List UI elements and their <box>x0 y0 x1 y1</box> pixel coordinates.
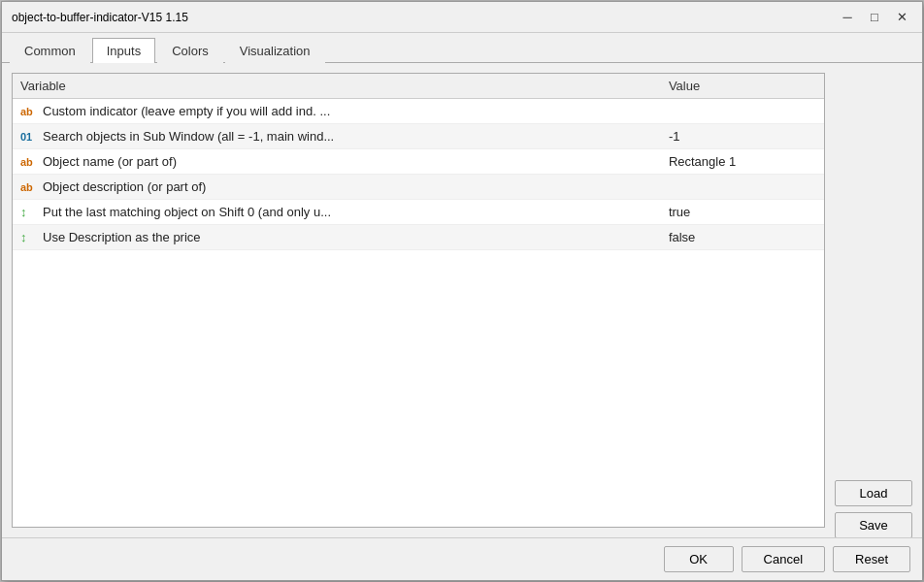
col-value-header: Value <box>661 74 824 99</box>
save-button[interactable]: Save <box>835 512 912 537</box>
table-row[interactable]: ↕Put the last matching object on Shift 0… <box>13 200 824 225</box>
type-badge: ↕ <box>20 205 38 219</box>
variable-label: Custom indicator (leave empty if you wil… <box>43 104 330 118</box>
table-row[interactable]: abObject name (or part of)Rectangle 1 <box>13 149 824 175</box>
variable-label: Object name (or part of) <box>43 154 177 169</box>
variable-cell: ↕Put the last matching object on Shift 0… <box>13 200 661 225</box>
value-cell: true <box>661 200 824 225</box>
inputs-table: Variable Value abCustom indicator (leave… <box>13 74 824 250</box>
variable-cell: 01Search objects in Sub Window (all = -1… <box>13 124 661 149</box>
tab-common[interactable]: Common <box>10 38 90 63</box>
window-title: object-to-buffer-indicator-V15 1.15 <box>12 11 188 24</box>
value-cell <box>661 175 824 200</box>
value-cell <box>661 99 824 124</box>
load-button[interactable]: Load <box>835 480 912 506</box>
sidebar-buttons: Load Save <box>835 73 912 528</box>
variable-cell: abObject description (or part of) <box>13 175 661 200</box>
tab-visualization[interactable]: Visualization <box>225 38 325 63</box>
maximize-button[interactable]: □ <box>864 7 885 28</box>
footer: OK Cancel Reset <box>2 537 922 580</box>
table-row[interactable]: abCustom indicator (leave empty if you w… <box>13 99 824 124</box>
cancel-button[interactable]: Cancel <box>742 546 825 572</box>
type-badge: 01 <box>20 131 38 143</box>
type-badge: ab <box>20 106 38 117</box>
variable-label: Object description (or part of) <box>43 179 206 194</box>
tab-inputs[interactable]: Inputs <box>92 38 155 63</box>
reset-button[interactable]: Reset <box>833 546 910 572</box>
value-cell: false <box>661 225 824 250</box>
minimize-button[interactable]: ─ <box>837 7 858 28</box>
window-controls: ─ □ ✕ <box>837 7 912 28</box>
main-window: object-to-buffer-indicator-V15 1.15 ─ □ … <box>1 1 923 581</box>
table-row[interactable]: 01Search objects in Sub Window (all = -1… <box>13 124 824 149</box>
inputs-table-container: Variable Value abCustom indicator (leave… <box>12 73 825 528</box>
tab-colors[interactable]: Colors <box>157 38 223 63</box>
variable-cell: abObject name (or part of) <box>13 149 661 175</box>
variable-label: Search objects in Sub Window (all = -1, … <box>43 129 334 144</box>
col-variable-header: Variable <box>13 74 661 99</box>
ok-button[interactable]: OK <box>664 546 734 572</box>
type-badge: ab <box>20 156 38 168</box>
variable-cell: ↕Use Description as the price <box>13 225 661 250</box>
value-cell: Rectangle 1 <box>661 149 824 175</box>
variable-cell: abCustom indicator (leave empty if you w… <box>13 99 661 124</box>
variable-label: Put the last matching object on Shift 0 … <box>43 205 331 219</box>
tab-bar: Common Inputs Colors Visualization <box>2 33 922 63</box>
variable-label: Use Description as the price <box>43 230 201 244</box>
titlebar: object-to-buffer-indicator-V15 1.15 ─ □ … <box>2 2 922 33</box>
table-row[interactable]: ↕Use Description as the pricefalse <box>13 225 824 250</box>
type-badge: ↕ <box>20 230 38 244</box>
value-cell: -1 <box>661 124 824 149</box>
type-badge: ab <box>20 181 38 193</box>
content-area: Variable Value abCustom indicator (leave… <box>2 63 922 537</box>
close-button[interactable]: ✕ <box>891 7 912 28</box>
table-row[interactable]: abObject description (or part of) <box>13 175 824 200</box>
